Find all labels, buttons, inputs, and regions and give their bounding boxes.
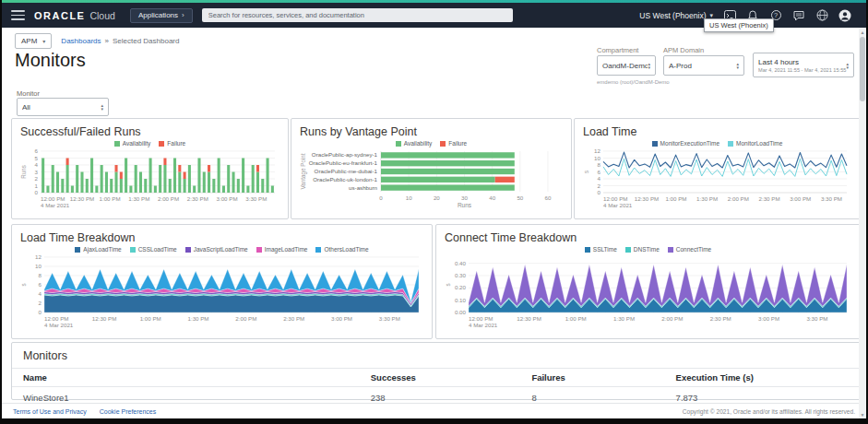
menu-icon[interactable] [11,10,25,20]
svg-text:12:00 PM: 12:00 PM [41,195,65,202]
line-chart-canvas: 024681012s12:00 PM4 Mar 202112:30 PM1:00… [583,148,851,210]
svg-text:1:30 PM: 1:30 PM [696,195,718,202]
chevron-down-icon: ▾ [42,38,45,44]
oracle-cloud-logo: ORACLE Cloud [34,10,115,21]
legend-swatch [159,141,164,147]
svg-text:40: 40 [489,194,495,201]
chart-legend: SSLTimeDNSTimeConnectTime [445,244,851,254]
search-input[interactable] [202,8,513,22]
legend-swatch [728,141,733,147]
legend-item: MonitorExecutionTime [652,140,719,147]
svg-text:s: s [583,171,589,173]
svg-text:3:00 PM: 3:00 PM [331,315,352,322]
legend-item: Availability [396,140,433,147]
svg-text:1:00 PM: 1:00 PM [140,315,161,322]
svg-text:Runs: Runs [20,165,27,179]
legend-label: MonitorLoadTime [736,140,782,147]
monitor-filter-select[interactable]: All ▴▾ [17,98,109,116]
legend-swatch [396,141,401,147]
legend-item: Failure [440,140,467,147]
stepper-icon: ▴▾ [736,62,739,69]
svg-text:12:00 PM: 12:00 PM [469,315,493,322]
svg-text:4: 4 [598,175,601,182]
legend-label: Availability [123,140,151,147]
svg-text:10: 10 [35,263,42,269]
scroll-up-icon[interactable]: ▲ [859,28,866,36]
terms-link[interactable]: Terms of Use and Privacy [13,408,87,415]
legend-item: ImageLoadTime [256,246,308,253]
column-header-successes: Successes [360,369,521,387]
svg-text:us-ashburn: us-ashburn [349,184,378,191]
user-avatar-icon[interactable] [838,9,851,22]
svg-text:2:30 PM: 2:30 PM [283,315,304,322]
cookie-preferences-link[interactable]: Cookie Preferences [100,408,156,415]
breadcrumb-separator: » [105,37,109,45]
scrollbar-thumb[interactable] [860,37,865,101]
panel-load-time-breakdown: Load Time Breakdown AjaxLoadTimeCSSLoadT… [11,224,433,339]
footer: Terms of Use and Privacy Cookie Preferen… [2,403,866,418]
apm-domain-select[interactable]: A-Prod ▴▾ [663,55,744,76]
logo-oracle-text: ORACLE [34,10,85,21]
apm-domain-value: A-Prod [669,62,692,70]
copyright-text: Copyright © 2021, Oracle and/or its affi… [683,408,855,415]
legend-swatch [585,247,590,253]
svg-text:0: 0 [35,189,39,195]
svg-text:0.40: 0.40 [455,260,467,266]
legend-swatch [75,247,80,253]
svg-text:Runs: Runs [458,202,472,208]
table-header-row: Name Successes Failures Execution Time (… [12,369,860,387]
breadcrumb: APM ▾ Dashboards » Selected Dashboard [15,33,179,49]
column-header-name: Name [12,369,360,387]
hbar-chart-canvas: 0102030405060RunsVantage PointOraclePubl… [300,148,563,210]
app-switcher-value: APM [21,37,37,45]
time-range-value: Last 4 hours [758,58,846,66]
legend-swatch [256,247,262,253]
legend-item: SSLTime [585,246,617,253]
svg-text:12:30 PM: 12:30 PM [517,315,541,322]
svg-text:5: 5 [35,155,39,161]
svg-text:4 Mar 2021: 4 Mar 2021 [603,202,633,208]
scroll-down-icon[interactable]: ▼ [859,410,866,418]
stepper-icon: ▴▾ [648,62,650,69]
legend-swatch [440,141,446,147]
panel-connect-time-breakdown: Connect Time Breakdown SSLTimeDNSTimeCon… [435,224,861,339]
svg-text:0.20: 0.20 [455,284,467,290]
legend-label: AjaxLoadTime [83,246,121,253]
region-selector[interactable]: US West (Phoenix) ▾ [639,11,713,20]
feedback-icon[interactable] [792,9,805,22]
globe-icon[interactable] [815,9,828,22]
panel-successful-failed-runs: Successful/Failed Runs AvailabilityFailu… [11,118,289,219]
svg-text:12:00 PM: 12:00 PM [603,195,627,202]
legend-swatch [315,247,321,253]
svg-text:3: 3 [35,169,39,175]
svg-text:2:30 PM: 2:30 PM [759,195,780,202]
legend-item: AjaxLoadTime [75,246,121,253]
chart-title: Load Time Breakdown [20,231,423,244]
svg-text:3:30 PM: 3:30 PM [379,315,400,322]
region-label: US West (Phoenix) [639,11,706,20]
compartment-select[interactable]: OandM-Demo ▴▾ [597,55,656,76]
svg-text:30: 30 [461,194,468,201]
area-chart-canvas: 0.000.100.200.300.40s12:00 PM4 Mar 20211… [445,254,851,330]
svg-text:1:30 PM: 1:30 PM [128,195,149,202]
time-range-select[interactable]: Last 4 hours Mar 4, 2021 11:55 - Mar 4, … [753,53,854,77]
panel-runs-by-vantage-point: Runs by Vantage Point AvailabilityFailur… [291,118,572,219]
legend-label: OthersLoadTime [324,246,368,253]
app-switcher-select[interactable]: APM ▾ [15,33,52,49]
svg-text:20: 20 [434,194,440,201]
legend-swatch [652,141,658,147]
svg-text:0.30: 0.30 [455,272,467,278]
vertical-scrollbar[interactable]: ▲ ▼ [859,28,866,418]
svg-text:2:00 PM: 2:00 PM [158,195,179,202]
svg-text:Vantage Point: Vantage Point [300,153,307,189]
legend-item: DNSTime [625,246,660,253]
chart-title: Successful/Failed Runs [20,125,279,138]
legend-swatch [130,247,136,253]
breadcrumb-link-dashboards[interactable]: Dashboards [61,37,101,45]
legend-swatch [625,247,631,253]
legend-label: ConnectTime [676,246,711,253]
legend-label: CSSLoadTime [138,246,177,253]
applications-button[interactable]: Applications › [130,8,193,23]
column-header-failures: Failures [520,369,664,387]
svg-text:50: 50 [517,194,523,201]
